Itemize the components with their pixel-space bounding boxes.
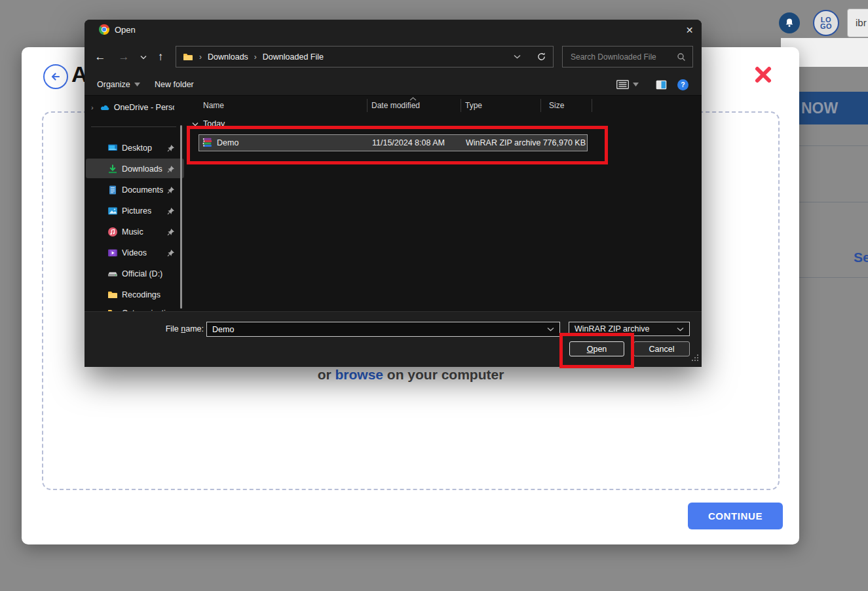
breadcrumb-downloads[interactable]: Downloads: [208, 52, 248, 62]
nav-back-button[interactable]: ←: [92, 49, 108, 65]
caret-down-icon: [134, 83, 140, 86]
sidebar-divider: [91, 126, 176, 127]
search-input[interactable]: [569, 52, 677, 62]
resize-grip[interactable]: [691, 354, 699, 362]
sidebar-item-downloads[interactable]: Downloads: [85, 161, 184, 177]
sidebar-item-documents[interactable]: Documents: [85, 182, 184, 198]
screen: LO GO ibr NOW Se A or browse on your com…: [0, 0, 868, 591]
divider: [799, 145, 868, 146]
svg-text:?: ?: [681, 81, 685, 88]
breadcrumb-downloaded-file[interactable]: Downloaded File: [263, 52, 324, 62]
chevron-down-icon: [547, 327, 554, 332]
sidebar-item-pictures[interactable]: Pictures: [85, 203, 184, 219]
sidebar-item-label: Desktop: [122, 143, 152, 153]
column-divider[interactable]: [540, 99, 541, 112]
modal-close-button[interactable]: [753, 64, 775, 86]
sidebar-item-label: Documents: [122, 185, 163, 195]
site-logo[interactable]: LO GO: [813, 10, 839, 36]
nav-recent-dropdown[interactable]: [136, 49, 151, 65]
divider: [799, 277, 868, 278]
column-divider[interactable]: [592, 99, 592, 112]
sidebar-item-drive-d[interactable]: Official (D:): [85, 266, 184, 282]
sidebar-item-videos[interactable]: Videos: [85, 245, 184, 261]
arrow-left-icon: [48, 69, 63, 84]
file-row-demo[interactable]: Demo 11/15/2024 8:08 AM WinRAR ZIP archi…: [198, 134, 588, 151]
column-header-size[interactable]: Size: [549, 96, 564, 115]
file-name-label: File name:: [162, 322, 204, 337]
or-text: or: [318, 367, 335, 382]
sidebar-item-partial[interactable]: Categorizati: [85, 305, 184, 311]
onedrive-cloud-icon: [100, 102, 110, 113]
chevron-right-icon[interactable]: ›: [91, 104, 94, 111]
open-file-dialog: Open ✕ ← → ↑ › Downloads › Downloaded Fi…: [85, 20, 702, 367]
desktop-icon: [107, 143, 118, 153]
sidebar-item-music[interactable]: Music: [85, 224, 184, 240]
now-button-partial[interactable]: NOW: [796, 92, 868, 124]
breadcrumb-separator: ›: [199, 52, 202, 62]
group-header-today[interactable]: Today: [192, 119, 225, 128]
nav-up-button[interactable]: ↑: [153, 49, 168, 65]
profile-name-box[interactable]: ibr: [847, 9, 868, 37]
nav-forward-button[interactable]: →: [116, 49, 132, 65]
column-header-name[interactable]: Name: [203, 96, 224, 115]
now-label: NOW: [801, 100, 838, 117]
new-folder-label: New folder: [155, 80, 194, 89]
list-view-icon: [616, 80, 629, 89]
caret-down-icon: [633, 83, 639, 86]
sidebar-item-onedrive[interactable]: › OneDrive - Perso: [85, 100, 184, 115]
refresh-icon[interactable]: [537, 52, 546, 62]
preview-pane-button[interactable]: [656, 74, 667, 95]
search-box[interactable]: [562, 46, 693, 67]
address-dropdown-icon[interactable]: [514, 54, 521, 59]
partial-link-text[interactable]: Se: [854, 250, 868, 265]
help-button[interactable]: ?: [677, 74, 689, 95]
search-icon: [677, 52, 686, 62]
dialog-body: › OneDrive - Perso Desktop Downloads: [85, 96, 702, 311]
column-header-type[interactable]: Type: [465, 96, 482, 115]
cancel-button[interactable]: Cancel: [633, 341, 690, 356]
column-header-date-modified[interactable]: Date modified: [371, 96, 420, 115]
chevron-down-icon: [677, 327, 684, 332]
column-divider[interactable]: [367, 99, 368, 112]
pin-icon: [167, 165, 175, 173]
sidebar-item-label: OneDrive - Perso: [114, 103, 174, 112]
open-button[interactable]: Open: [569, 341, 624, 356]
divider: [799, 202, 868, 202]
continue-button[interactable]: CONTINUE: [688, 503, 783, 529]
breadcrumb-separator: ›: [254, 52, 257, 62]
sidebar-item-label: Videos: [122, 248, 147, 257]
dialog-close-button[interactable]: ✕: [677, 20, 702, 40]
dialog-footer: File name: WinRAR ZIP archive Open Cance…: [85, 311, 702, 367]
dialog-titlebar[interactable]: Open ✕: [85, 20, 702, 40]
preview-pane-icon: [656, 80, 667, 90]
file-name-input[interactable]: [207, 324, 547, 335]
file-type-dropdown[interactable]: WinRAR ZIP archive: [569, 322, 690, 336]
after-browse-text: on your computer: [383, 367, 504, 382]
dialog-toolbar: Organize New folder ?: [85, 74, 702, 96]
logo-text-bottom: GO: [820, 23, 832, 29]
view-mode-button[interactable]: [616, 74, 639, 95]
organize-menu[interactable]: Organize: [97, 74, 140, 95]
winrar-icon: [202, 137, 213, 148]
chevron-down-icon: [140, 55, 147, 60]
group-label: Today: [203, 119, 225, 128]
pin-icon: [167, 249, 175, 257]
sidebar-item-desktop[interactable]: Desktop: [85, 140, 184, 156]
sidebar-item-label: Recodings: [122, 290, 160, 299]
new-folder-button[interactable]: New folder: [155, 74, 194, 95]
address-bar[interactable]: › Downloads › Downloaded File: [176, 46, 554, 67]
back-button[interactable]: [43, 64, 68, 89]
file-date-modified: 11/15/2024 8:08 AM: [372, 135, 445, 151]
column-divider[interactable]: [461, 99, 461, 112]
file-type-value: WinRAR ZIP archive: [575, 324, 677, 334]
dialog-title: Open: [115, 20, 136, 40]
chevron-down-icon: [192, 122, 198, 126]
file-name-field[interactable]: [206, 322, 560, 337]
file-size: 776,970 KB: [514, 135, 586, 151]
browse-link[interactable]: browse: [335, 367, 383, 382]
sidebar-item-label: Pictures: [122, 206, 151, 216]
organize-label: Organize: [97, 80, 130, 89]
sidebar-item-recodings[interactable]: Recodings: [85, 287, 184, 303]
notification-bell-button[interactable]: [779, 12, 800, 33]
profile-name: ibr: [856, 17, 867, 28]
